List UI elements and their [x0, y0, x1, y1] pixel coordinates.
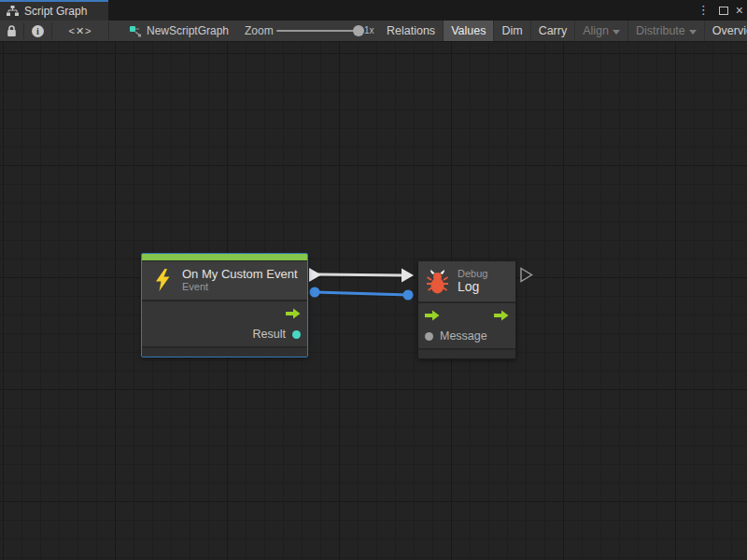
values-button[interactable]: Values	[444, 21, 494, 41]
log-node-body: Message	[418, 303, 515, 348]
log-node-header[interactable]: Debug Log	[418, 261, 515, 301]
graph-asset-breadcrumb[interactable]: NewScriptGraph	[129, 21, 229, 41]
graph-window-icon	[7, 6, 19, 17]
zoom-label: Zoom	[245, 21, 274, 41]
script-graph-asset-icon	[129, 25, 142, 37]
tab-label: Script Graph	[24, 5, 87, 18]
result-port-label: Result	[253, 328, 286, 341]
node-title: Log	[458, 280, 487, 294]
align-dropdown[interactable]: Align	[575, 21, 628, 41]
window-menu-icon[interactable]: ⋮	[696, 0, 712, 21]
chevron-down-icon	[613, 30, 620, 35]
node-subtitle: Event	[182, 281, 298, 293]
event-node-header[interactable]: On My Custom Event Event	[142, 261, 307, 300]
dim-button[interactable]: Dim	[494, 21, 530, 41]
script-graph-window: Script Graph ⋮ × i <✕>	[0, 0, 747, 560]
code-icon: <✕>	[68, 25, 92, 37]
code-preview-button[interactable]: <✕>	[52, 21, 108, 41]
chevron-down-icon	[689, 30, 697, 35]
control-output-port-icon[interactable]	[286, 308, 301, 319]
control-flow-wire[interactable]	[317, 274, 405, 275]
zoom-slider[interactable]	[276, 30, 359, 32]
connections-layer	[0, 42, 747, 560]
tab-script-graph[interactable]: Script Graph	[0, 0, 108, 21]
info-button[interactable]: i	[24, 21, 51, 41]
graph-canvas[interactable]: On My Custom Event Event Result	[0, 42, 747, 560]
lock-icon	[7, 25, 17, 37]
lightning-icon	[152, 268, 173, 292]
relations-button[interactable]: Relations	[379, 21, 444, 41]
lock-button[interactable]	[0, 21, 23, 41]
close-icon[interactable]: ×	[736, 0, 743, 21]
event-node-body: Result	[142, 301, 307, 346]
toolbar: i <✕> NewScriptGraph Zoom 1x Relations V…	[0, 21, 747, 42]
message-value-port[interactable]	[425, 332, 433, 341]
control-wire-start-cap	[309, 268, 321, 282]
distribute-dropdown[interactable]: Distribute	[628, 21, 705, 41]
control-output-port-icon[interactable]	[494, 310, 509, 321]
value-wire-end-dot	[403, 290, 414, 301]
zoom-slider-handle[interactable]	[353, 25, 364, 36]
value-wire-start-dot	[310, 287, 320, 298]
graph-name-label: NewScriptGraph	[147, 24, 229, 37]
overview-button[interactable]: Overview	[705, 21, 747, 41]
result-value-port[interactable]	[292, 330, 301, 339]
value-wire-result-to-message[interactable]	[315, 292, 408, 295]
event-node-footer	[142, 348, 307, 357]
control-input-port-icon[interactable]	[425, 310, 440, 321]
bug-icon	[426, 269, 449, 294]
carry-button[interactable]: Carry	[531, 21, 576, 41]
event-accent-bar	[142, 254, 307, 260]
node-title: On My Custom Event	[182, 267, 298, 281]
control-wire-arrowhead	[402, 269, 414, 283]
zoom-value: 1x	[364, 21, 374, 41]
titlebar: Script Graph ⋮ ×	[0, 0, 747, 21]
node-on-my-custom-event[interactable]: On My Custom Event Event Result	[141, 253, 308, 357]
node-debug-log[interactable]: Debug Log Message	[417, 260, 516, 359]
maximize-icon[interactable]	[719, 7, 728, 15]
message-port-label: Message	[440, 329, 487, 343]
log-node-footer	[418, 350, 515, 358]
info-icon: i	[32, 25, 44, 37]
unconnected-output-triangle	[521, 269, 532, 282]
